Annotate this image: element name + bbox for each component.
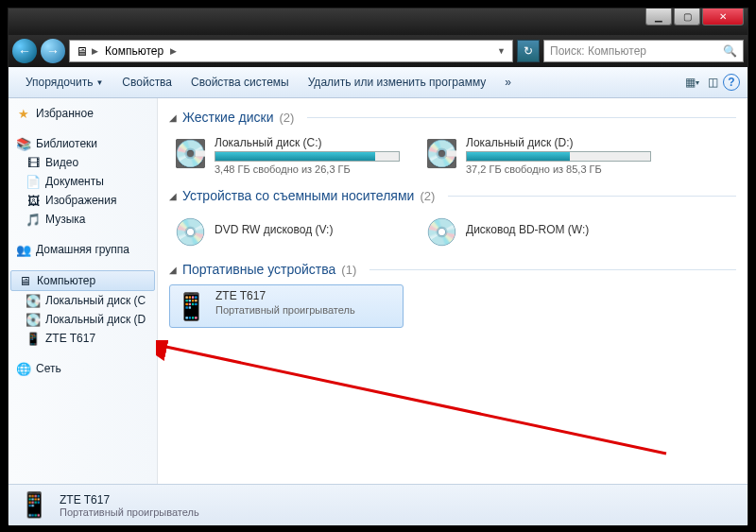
chevron-right-icon[interactable]: ▶ — [89, 46, 101, 56]
system-properties-button[interactable]: Свойства системы — [181, 76, 299, 89]
libraries-icon: 📚 — [16, 136, 31, 151]
media-player-icon: 📱 — [18, 489, 50, 522]
picture-icon: 🖼 — [26, 193, 41, 208]
drive-dvd[interactable]: 💿 DVD RW дисковод (V:) — [169, 211, 404, 252]
media-player-icon: 📱 — [174, 289, 208, 323]
tree-pictures[interactable]: 🖼Изображения — [9, 191, 157, 210]
music-icon: 🎵 — [26, 212, 41, 227]
document-icon: 📄 — [26, 174, 41, 189]
tree-libraries[interactable]: 📚Библиотеки — [9, 134, 157, 153]
usage-bar — [215, 151, 400, 162]
back-button[interactable]: ← — [12, 39, 37, 63]
caret-down-icon: ◢ — [169, 191, 177, 201]
toolbar-overflow[interactable]: » — [495, 76, 521, 89]
view-mode-button[interactable]: ▦▾ — [681, 72, 702, 93]
organize-menu[interactable]: Упорядочить▼ — [16, 76, 112, 89]
chevron-right-icon[interactable]: ▶ — [167, 46, 180, 56]
drive-icon: 💽 — [26, 312, 41, 327]
navbar: ← → 🖥 ▶ Компьютер ▶ ▼ ↻ Поиск: Компьютер… — [9, 35, 747, 67]
tree-homegroup[interactable]: 👥Домашняя группа — [9, 240, 157, 259]
search-icon: 🔍 — [723, 44, 737, 58]
drive-free-text: 37,2 ГБ свободно из 85,3 ГБ — [466, 163, 651, 175]
usage-bar — [466, 151, 651, 162]
drive-d[interactable]: 💽 Локальный диск (D:) 37,2 ГБ свободно и… — [421, 132, 655, 179]
status-title: ZTE T617 — [60, 493, 199, 506]
computer-icon: 🖥 — [17, 273, 32, 288]
properties-button[interactable]: Свойства — [112, 76, 181, 89]
drive-free-text: 3,48 ГБ свободно из 26,3 ГБ — [215, 163, 400, 175]
drive-icon: 💽 — [26, 293, 41, 308]
bd-drive-icon: 💿 — [424, 215, 458, 249]
group-hard-drives[interactable]: ◢ Жесткие диски (2) — [169, 110, 736, 125]
tree-network[interactable]: 🌐Сеть — [9, 359, 157, 378]
details-pane: 📱 ZTE T617 Портативный проигрыватель — [9, 484, 747, 525]
drive-c[interactable]: 💽 Локальный диск (C:) 3,48 ГБ свободно и… — [169, 132, 404, 179]
search-input[interactable]: Поиск: Компьютер 🔍 — [543, 40, 744, 62]
drive-bd[interactable]: 💿 Дисковод BD-ROM (W:) — [421, 211, 655, 252]
close-button[interactable]: ✕ — [702, 9, 744, 26]
computer-icon: 🖥 — [74, 43, 89, 59]
search-placeholder: Поиск: Компьютер — [550, 44, 646, 58]
homegroup-icon: 👥 — [16, 242, 31, 257]
device-label: ZTE T617 — [215, 289, 399, 302]
device-zte-t617[interactable]: 📱 ZTE T617 Портативный проигрыватель — [169, 284, 404, 328]
tree-documents[interactable]: 📄Документы — [9, 172, 157, 191]
toolbar: Упорядочить▼ Свойства Свойства системы У… — [9, 67, 747, 98]
group-portable[interactable]: ◢ Портативные устройства (1) — [169, 262, 736, 277]
explorer-window: ▁ ▢ ✕ ← → 🖥 ▶ Компьютер ▶ ▼ ↻ Поиск: Ком… — [8, 8, 748, 524]
refresh-button[interactable]: ↻ — [517, 40, 540, 62]
drive-icon: 💽 — [424, 136, 458, 170]
star-icon: ★ — [16, 106, 31, 121]
drive-label: Локальный диск (C:) — [215, 136, 400, 149]
caret-down-icon: ◢ — [169, 112, 177, 123]
titlebar: ▁ ▢ ✕ — [9, 9, 747, 35]
group-removable[interactable]: ◢ Устройства со съемными носителями (2) — [169, 188, 736, 203]
drive-icon: 💽 — [173, 136, 207, 170]
chevron-down-icon[interactable]: ▼ — [494, 46, 508, 56]
drive-label: Локальный диск (D:) — [466, 136, 651, 149]
help-button[interactable]: ? — [723, 74, 740, 91]
drive-label: DVD RW дисковод (V:) — [215, 223, 400, 236]
navigation-tree: ★Избранное 📚Библиотеки 🎞Видео 📄Документы… — [9, 98, 158, 484]
preview-pane-button[interactable]: ◫ — [702, 72, 723, 93]
tree-zte-t617[interactable]: 📱ZTE T617 — [9, 329, 157, 348]
video-icon: 🎞 — [26, 155, 41, 170]
caret-down-icon: ◢ — [169, 265, 177, 275]
forward-button[interactable]: → — [41, 39, 65, 63]
main-pane: ◢ Жесткие диски (2) 💽 Локальный диск (C:… — [158, 98, 747, 484]
device-desc: Портативный проигрыватель — [215, 304, 399, 316]
address-bar[interactable]: 🖥 ▶ Компьютер ▶ ▼ — [69, 40, 513, 62]
phone-icon: 📱 — [26, 331, 41, 346]
uninstall-button[interactable]: Удалить или изменить программу — [299, 76, 496, 89]
minimize-button[interactable]: ▁ — [645, 9, 672, 26]
status-subtitle: Портативный проигрыватель — [60, 506, 199, 518]
tree-favorites[interactable]: ★Избранное — [9, 104, 157, 123]
dvd-drive-icon: 💿 — [173, 215, 207, 249]
content-area: ★Избранное 📚Библиотеки 🎞Видео 📄Документы… — [9, 98, 747, 484]
drive-label: Дисковод BD-ROM (W:) — [466, 223, 651, 236]
breadcrumb-computer[interactable]: Компьютер — [101, 44, 167, 58]
tree-videos[interactable]: 🎞Видео — [9, 153, 157, 172]
tree-local-disk-c[interactable]: 💽Локальный диск (C — [9, 291, 157, 310]
tree-computer[interactable]: 🖥Компьютер — [10, 270, 155, 291]
maximize-button[interactable]: ▢ — [674, 9, 700, 26]
tree-local-disk-d[interactable]: 💽Локальный диск (D — [9, 310, 157, 329]
network-icon: 🌐 — [16, 361, 31, 376]
tree-music[interactable]: 🎵Музыка — [9, 210, 157, 229]
